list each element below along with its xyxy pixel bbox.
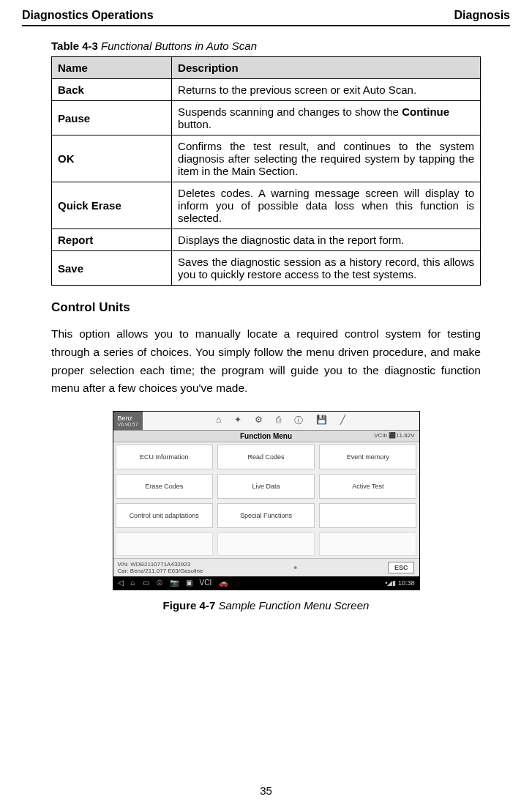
table-row: Save Saves the diagnostic session as a h…	[52, 251, 481, 286]
page-number: 35	[0, 784, 532, 797]
table-row: Back Returns to the previous screen or e…	[52, 79, 481, 101]
menu-erase-codes[interactable]: Erase Codes	[116, 474, 213, 499]
camera-icon[interactable]: 📷	[170, 579, 179, 587]
menu-read-codes[interactable]: Read Codes	[217, 445, 315, 469]
status-icons: •◢▮	[385, 579, 396, 587]
figure-caption-number: Figure 4-7	[163, 599, 216, 612]
info-icon[interactable]: ⓘ	[294, 415, 303, 427]
figure-function-menu: Benz V0.90.57 ⌂ ✦ ⚙ ⎙ ⓘ 💾 ╱ Function Men…	[113, 411, 420, 590]
figure-caption: Figure 4-7 Sample Function Menu Screen	[51, 599, 481, 612]
table-caption: Table 4-3 Functional Buttons in Auto Sca…	[51, 40, 481, 52]
nav-home-icon[interactable]: ⌂	[131, 579, 135, 587]
fig-brand: Benz V0.90.57	[113, 412, 143, 430]
cell-desc: Returns to the previous screen or exit A…	[172, 79, 481, 101]
table-caption-title: Functional Buttons in Auto Scan	[98, 40, 257, 52]
cell-desc: Deletes codes. A warning message screen …	[172, 182, 481, 229]
cell-desc: Displays the diagnostic data in the repo…	[172, 229, 481, 251]
home-icon[interactable]: ⌂	[216, 415, 221, 427]
car-icon[interactable]: 🚗	[219, 579, 228, 587]
save-icon[interactable]: 💾	[316, 415, 327, 427]
app-icon[interactable]: ▣	[186, 579, 192, 587]
menu-control-unit-adaptations[interactable]: Control unit adaptations	[116, 503, 213, 528]
menu-ecu-information[interactable]: ECU Information	[116, 445, 213, 469]
esc-button[interactable]: ESC	[388, 562, 415, 573]
cell-desc: Suspends scanning and changes to show th…	[172, 101, 481, 135]
fig-footer: VIN: WDB2110771A432923 Car: Benz/211.077…	[113, 558, 419, 576]
cell-name: OK	[52, 135, 172, 182]
empty-cell	[217, 532, 315, 556]
paragraph-control-units: This option allows you to manually locat…	[51, 325, 481, 398]
vin-text: VIN: WDB2110771A432923	[118, 561, 203, 568]
cell-desc: Confirms the test result, and continues …	[172, 135, 481, 182]
functional-buttons-table: Name Description Back Returns to the pre…	[51, 56, 481, 286]
table-caption-number: Table 4-3	[51, 40, 98, 52]
menu-active-test[interactable]: Active Test	[319, 474, 416, 499]
cell-name: Back	[52, 79, 172, 101]
menu-live-data[interactable]: Live Data	[217, 474, 315, 499]
clock: 10:38	[398, 579, 415, 587]
empty-cell	[116, 532, 213, 556]
screenshot-icon[interactable]: ⦾	[157, 579, 162, 587]
table-row: OK Confirms the test result, and continu…	[52, 135, 481, 182]
figure-caption-title: Sample Function Menu Screen	[215, 599, 369, 612]
back-icon[interactable]: ◁	[118, 579, 124, 587]
header-rule	[22, 25, 510, 26]
vci-icon[interactable]: VCI	[200, 579, 212, 587]
cell-name: Quick Erase	[52, 182, 172, 229]
tool-icon[interactable]: ✦	[234, 415, 241, 427]
cell-name: Save	[52, 251, 172, 286]
android-navbar: ◁ ⌂ ▭ ⦾ 📷 ▣ VCI 🚗 •◢▮ 10:38	[113, 576, 419, 590]
header-right: Diagnosis	[454, 9, 510, 22]
menu-event-memory[interactable]: Event memory	[319, 445, 416, 469]
expand-icon[interactable]: ╱	[340, 415, 345, 427]
fig-brand-name: Benz	[118, 415, 138, 422]
fig-version: V0.90.57	[118, 422, 138, 427]
settings-icon[interactable]: ⚙	[255, 415, 263, 427]
car-text: Car: Benz/211.077 E63/Gasoline	[118, 568, 203, 574]
table-row: Pause Suspends scanning and changes to s…	[52, 101, 481, 135]
cell-desc: Saves the diagnostic session as a histor…	[172, 251, 481, 286]
vci-status: VCIb ⬛11.82V	[374, 432, 414, 439]
fig-title: Function Menu VCIb ⬛11.82V	[113, 431, 419, 442]
cell-name: Report	[52, 229, 172, 251]
table-row: Quick Erase Deletes codes. A warning mes…	[52, 182, 481, 229]
th-name: Name	[52, 57, 172, 79]
cell-name: Pause	[52, 101, 172, 135]
print-icon[interactable]: ⎙	[276, 415, 281, 427]
menu-empty	[319, 503, 416, 528]
table-row: Report Displays the diagnostic data in t…	[52, 229, 481, 251]
fig-toolbar: Benz V0.90.57 ⌂ ✦ ⚙ ⎙ ⓘ 💾 ╱	[113, 412, 419, 431]
section-title-control-units: Control Units	[51, 300, 481, 315]
recent-icon[interactable]: ▭	[143, 579, 149, 587]
th-desc: Description	[172, 57, 481, 79]
header-left: Diagnostics Operations	[22, 9, 154, 22]
menu-special-functions[interactable]: Special Functions	[217, 503, 315, 528]
empty-cell	[319, 532, 416, 556]
